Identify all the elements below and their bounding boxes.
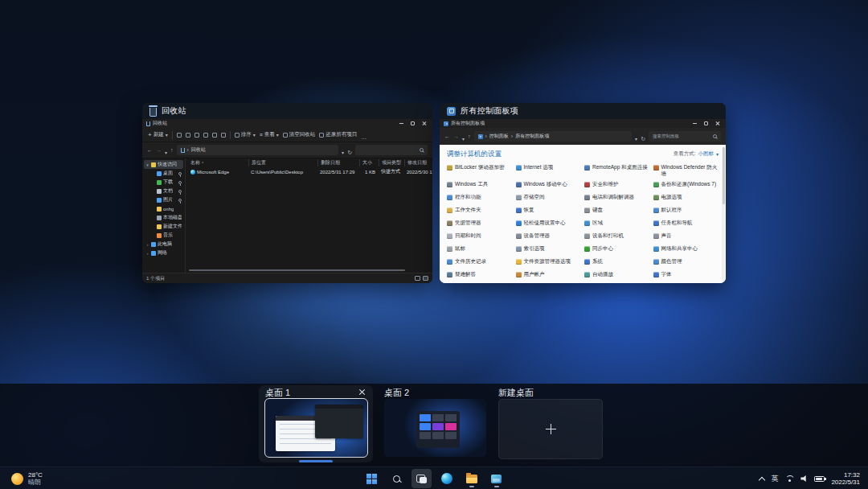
close-icon[interactable] <box>422 121 427 126</box>
large-icons-view-icon[interactable] <box>423 276 428 281</box>
column-header[interactable]: 原位置 <box>248 159 317 166</box>
delete-icon[interactable] <box>221 133 226 138</box>
weather-widget[interactable]: 28°C 晴朗 <box>11 467 43 489</box>
control-panel-item[interactable]: 疑难解答 <box>447 271 513 280</box>
app-button[interactable] <box>486 469 506 488</box>
address-dropdown-icon[interactable] <box>635 129 637 144</box>
tray-overflow-icon[interactable] <box>759 476 765 483</box>
wifi-icon[interactable] <box>784 475 794 483</box>
control-panel-item[interactable]: RemoteApp 和桌面连接 <box>584 164 650 177</box>
control-panel-search-box[interactable]: 搜索控制面板 <box>649 131 721 142</box>
control-panel-item[interactable]: 系统 <box>584 258 650 267</box>
refresh-icon[interactable] <box>347 143 352 158</box>
forward-icon[interactable]: → <box>156 147 162 153</box>
control-panel-item[interactable]: 声音 <box>653 232 719 241</box>
control-panel-item[interactable]: 字体 <box>653 271 719 280</box>
share-icon[interactable] <box>212 133 217 138</box>
address-breadcrumb[interactable]: 控制面板 所有控制面板项 <box>474 131 633 142</box>
more-options-icon[interactable] <box>361 128 366 142</box>
minimize-icon[interactable] <box>693 123 697 124</box>
new-desktop-button[interactable] <box>498 399 603 459</box>
desktop-1-thumbnail[interactable] <box>265 399 367 457</box>
control-panel-item[interactable]: 索引选项 <box>516 245 582 254</box>
control-panel-item[interactable]: 凭据管理器 <box>447 220 513 228</box>
control-panel-item[interactable]: 网络和共享中心 <box>653 245 719 254</box>
refresh-icon[interactable] <box>641 129 645 144</box>
sidebar-item-music[interactable]: 音乐 <box>144 231 183 240</box>
sidebar-item-folder[interactable]: 新建文件夹 <box>144 222 183 231</box>
sidebar-item-star[interactable]: ▾快速访问 <box>144 160 183 169</box>
new-button[interactable]: 新建 <box>148 131 168 138</box>
sidebar-item-desktop[interactable]: 桌面 <box>144 169 183 178</box>
column-header[interactable]: 名称^ <box>190 159 248 166</box>
control-panel-item[interactable]: 文件历史记录 <box>447 258 513 267</box>
sidebar-item-downloads[interactable]: 下载 <box>144 178 183 187</box>
control-panel-item[interactable]: 轻松使用设置中心 <box>516 220 582 228</box>
column-header[interactable]: 修改日期 <box>404 159 432 166</box>
control-panel-item[interactable]: 电话和调制解调器 <box>584 194 650 203</box>
column-header[interactable]: 大小 <box>359 159 379 166</box>
desktop-1-label[interactable]: 桌面 1 <box>265 387 290 399</box>
control-panel-item[interactable]: 颜色管理 <box>653 258 719 267</box>
back-icon[interactable]: ← <box>147 147 153 153</box>
view-button[interactable]: 查看 <box>260 131 279 138</box>
new-desktop-label[interactable]: 新建桌面 <box>498 387 534 399</box>
control-panel-item[interactable]: 任务栏和导航 <box>653 220 719 228</box>
control-panel-item[interactable]: 恢复 <box>516 207 582 216</box>
control-panel-item[interactable]: 程序和功能 <box>447 194 513 203</box>
search-button[interactable] <box>387 469 407 488</box>
control-panel-item[interactable]: 工作文件夹 <box>447 207 513 216</box>
forward-icon[interactable]: → <box>453 134 459 139</box>
sort-button[interactable]: 排序 <box>235 131 256 138</box>
file-explorer-button[interactable] <box>461 469 481 488</box>
control-panel-item[interactable]: 自动播放 <box>584 271 650 280</box>
minimize-icon[interactable] <box>399 123 403 124</box>
control-panel-item[interactable]: Windows 移动中心 <box>516 181 582 190</box>
breadcrumb-location[interactable]: 回收站 <box>191 146 206 154</box>
control-panel-item[interactable]: 日期和时间 <box>447 232 513 241</box>
control-panel-item[interactable]: 默认程序 <box>653 207 719 216</box>
sidebar-item-computer[interactable]: ›此电脑 <box>144 240 183 249</box>
paste-icon[interactable] <box>194 133 199 138</box>
desktop-2-label[interactable]: 桌面 2 <box>384 387 409 399</box>
maximize-icon[interactable] <box>411 121 415 125</box>
battery-icon[interactable] <box>814 476 825 482</box>
copy-icon[interactable] <box>186 133 190 138</box>
control-panel-item[interactable]: Windows 工具 <box>447 181 513 190</box>
up-icon[interactable]: ↑ <box>468 134 471 139</box>
sidebar-item-network[interactable]: ›网络 <box>144 249 183 257</box>
control-panel-item[interactable]: 电源选项 <box>653 194 719 203</box>
control-panel-item[interactable]: 设备和打印机 <box>584 232 650 241</box>
horizontal-scrollbar[interactable] <box>189 269 405 271</box>
task-view-button[interactable] <box>411 469 432 488</box>
cut-icon[interactable] <box>177 133 182 138</box>
control-panel-item[interactable]: 文件资源管理器选项 <box>516 258 582 267</box>
column-header[interactable]: 删除日期 <box>317 159 359 166</box>
control-panel-item[interactable]: BitLocker 驱动器加密 <box>447 164 513 177</box>
breadcrumb-page[interactable]: 所有控制面板项 <box>515 133 549 140</box>
vertical-scrollbar[interactable] <box>722 146 725 281</box>
close-icon[interactable] <box>715 121 720 126</box>
control-panel-item[interactable]: 键盘 <box>584 207 650 216</box>
window-card-control-panel[interactable]: 所有控制面板项 所有控制面板项 ← → ↑ 控制面板 <box>440 103 726 283</box>
sidebar-item-folder[interactable]: onhg <box>144 204 183 213</box>
explorer-search-box[interactable] <box>355 145 428 155</box>
control-panel-window[interactable]: 所有控制面板项 ← → ↑ 控制面板 所有控制面板项 <box>440 119 726 283</box>
breadcrumb-root[interactable]: 控制面板 <box>489 133 509 140</box>
control-panel-item[interactable]: 备份和还原(Windows 7) <box>653 181 719 190</box>
restore-all-button[interactable]: 还原所有项目 <box>319 131 357 138</box>
explorer-file-row[interactable]: Microsoft EdgeC:\Users\Public\Desktop202… <box>186 167 432 176</box>
maximize-icon[interactable] <box>704 121 708 125</box>
recent-locations-icon[interactable] <box>462 129 465 144</box>
rename-icon[interactable] <box>203 133 208 138</box>
start-button[interactable] <box>362 469 382 488</box>
explorer-window[interactable]: 回收站 新建 排序 查看 清空回收站 还原所有 <box>142 119 432 283</box>
control-panel-item[interactable]: 安全和维护 <box>584 181 650 190</box>
control-panel-item[interactable]: 设备管理器 <box>516 232 582 241</box>
control-panel-item[interactable]: 鼠标 <box>447 245 513 254</box>
control-panel-item[interactable]: 用户帐户 <box>516 271 582 280</box>
sidebar-item-pictures[interactable]: 图片 <box>144 195 183 204</box>
address-breadcrumb[interactable]: 回收站 <box>177 145 339 155</box>
sidebar-item-documents[interactable]: 文档 <box>144 187 183 195</box>
empty-recycle-bin-button[interactable]: 清空回收站 <box>283 131 316 138</box>
